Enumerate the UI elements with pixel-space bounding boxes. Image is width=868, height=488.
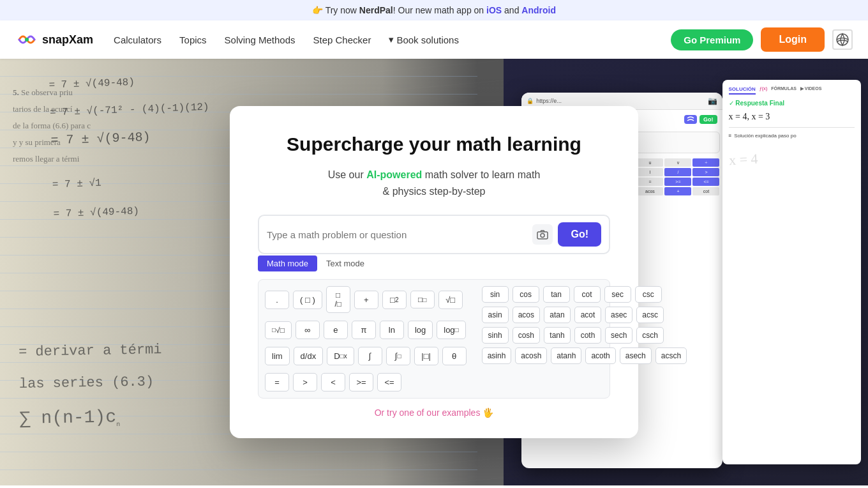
ios-link[interactable]: iOS xyxy=(486,5,502,15)
sin-button[interactable]: sin xyxy=(482,286,509,303)
examples-link[interactable]: Or try one of our examples 🖐 xyxy=(375,408,494,418)
asech-button[interactable]: asech xyxy=(620,347,652,364)
deriv-button[interactable]: D□x xyxy=(327,347,354,365)
logo-text: snapXam xyxy=(42,33,93,47)
ln-button[interactable]: ln xyxy=(380,321,404,339)
abs-button[interactable]: |□| xyxy=(414,347,438,365)
android-link[interactable]: Android xyxy=(521,5,556,15)
go-button[interactable]: Go! xyxy=(558,222,601,247)
plus-button[interactable]: + xyxy=(354,291,378,309)
nav-topics[interactable]: Topics xyxy=(179,34,207,45)
lt-button[interactable]: < xyxy=(321,373,345,392)
modal-card: Supercharge your math learning Use our A… xyxy=(230,106,638,438)
trig-row-4: asinh acosh atanh acoth asech acsch xyxy=(482,347,687,364)
acot-button[interactable]: acot xyxy=(574,307,601,323)
search-input[interactable] xyxy=(267,229,532,240)
lim-button[interactable]: lim xyxy=(265,347,290,365)
acos-button[interactable]: acos xyxy=(513,307,540,323)
text-mode-tab[interactable]: Text mode xyxy=(317,255,373,271)
atan-button[interactable]: atan xyxy=(544,307,571,323)
premium-button[interactable]: Go Premium xyxy=(671,29,753,50)
dot-button[interactable]: . xyxy=(265,291,289,309)
coth-button[interactable]: coth xyxy=(574,327,601,344)
sinh-button[interactable]: sinh xyxy=(482,327,509,344)
cot-button[interactable]: cot xyxy=(574,286,601,303)
banner-and: and xyxy=(502,5,521,15)
top-banner: 👉 Try now NerdPal! Our new math app on i… xyxy=(0,0,868,20)
asin-button[interactable]: asin xyxy=(482,307,509,323)
integral-button[interactable]: ∫ xyxy=(358,347,382,365)
keyboard-row-2: □√□ ∞ e π ln log log□ xyxy=(265,321,467,339)
cos-button[interactable]: cos xyxy=(513,286,539,303)
trig-row-2: asin acos atan acot asec acsc xyxy=(482,307,687,323)
parens-button[interactable]: ( □ ) xyxy=(293,291,322,309)
logbase-button[interactable]: log□ xyxy=(437,321,465,339)
keyboard-row-1: . ( □ ) □/□ + □2 □□ √□ xyxy=(265,286,467,313)
logo-icon xyxy=(15,28,38,51)
acosh-button[interactable]: acosh xyxy=(515,347,547,364)
definite-integral-button[interactable]: ∫□ xyxy=(386,347,410,365)
language-icon[interactable] xyxy=(832,29,853,50)
math-mode-tab[interactable]: Math mode xyxy=(258,255,317,271)
banner-text: Try now xyxy=(326,5,359,15)
solution-panel: SOLUCIÓN ƒ(x) FÓRMULAS ▶ VIDEOS ✓ Respue… xyxy=(722,80,861,464)
sqrt-button[interactable]: √□ xyxy=(438,291,463,309)
svg-point-2 xyxy=(837,34,848,45)
tan-button[interactable]: tan xyxy=(543,286,570,303)
sec-button[interactable]: sec xyxy=(604,286,631,303)
equals-button[interactable]: = xyxy=(265,373,289,392)
gte-button[interactable]: >= xyxy=(349,373,373,392)
app-name: NerdPal xyxy=(359,5,393,15)
nav-solving-methods[interactable]: Solving Methods xyxy=(225,34,296,45)
nthroot-button[interactable]: □√□ xyxy=(265,321,292,339)
atanh-button[interactable]: atanh xyxy=(551,347,581,364)
banner-middle: ! Our new math app on xyxy=(393,5,486,15)
csc-button[interactable]: csc xyxy=(635,286,662,303)
ddx-button[interactable]: d/dx xyxy=(294,347,324,365)
examples-section: Or try one of our examples 🖐 xyxy=(258,408,610,418)
svg-point-1 xyxy=(25,38,29,42)
hero: = 7 ± √(49-48) = 7 ± √(-71² - (4)(-1)(12… xyxy=(0,59,868,485)
nav-calculators[interactable]: Calculators xyxy=(114,34,161,45)
trig-row-1: sin cos tan cot sec csc xyxy=(482,286,687,303)
log-button[interactable]: log xyxy=(408,321,433,339)
login-button[interactable]: Login xyxy=(761,27,825,52)
chevron-down-icon: ▾ xyxy=(389,34,394,45)
tanh-button[interactable]: tanh xyxy=(544,327,571,344)
mode-tabs: Math mode Text mode xyxy=(258,255,610,271)
hero-subtitle: Use our AI-powered math solver to learn … xyxy=(258,167,610,199)
nav: Calculators Topics Solving Methods Step … xyxy=(114,34,671,45)
header-right: Go Premium Login xyxy=(671,27,853,52)
hero-title: Supercharge your math learning xyxy=(258,132,610,156)
sech-button[interactable]: sech xyxy=(605,327,632,344)
trig-row-3: sinh cosh tanh coth sech csch xyxy=(482,327,687,344)
banner-emoji: 👉 xyxy=(312,5,323,15)
nav-book-solutions[interactable]: ▾ Book solutions xyxy=(389,34,459,45)
gt-button[interactable]: > xyxy=(293,373,317,392)
power-button[interactable]: □2 xyxy=(382,291,407,309)
subscript-button[interactable]: □□ xyxy=(410,291,435,309)
cosh-button[interactable]: cosh xyxy=(513,327,540,344)
nav-step-checker[interactable]: Step Checker xyxy=(313,34,371,45)
lte-button[interactable]: <= xyxy=(377,373,401,392)
euler-button[interactable]: e xyxy=(324,321,348,339)
search-box: Go! xyxy=(258,215,610,254)
trig-keyboard: sin cos tan cot sec csc asin acos atan a… xyxy=(482,286,687,392)
asec-button[interactable]: asec xyxy=(605,307,632,323)
theta-button[interactable]: θ xyxy=(442,347,467,365)
pi-button[interactable]: π xyxy=(352,321,376,339)
acoth-button[interactable]: acoth xyxy=(585,347,615,364)
acsch-button[interactable]: acsch xyxy=(655,347,687,364)
csch-button[interactable]: csch xyxy=(636,327,664,344)
camera-icon[interactable] xyxy=(532,224,553,245)
keyboard-row-4: = > < >= <= xyxy=(265,373,467,392)
asinh-button[interactable]: asinh xyxy=(482,347,512,364)
infinity-button[interactable]: ∞ xyxy=(296,321,320,339)
keyboard-row-3: lim d/dx D□x ∫ ∫□ |□| θ xyxy=(265,347,467,365)
logo[interactable]: snapXam xyxy=(15,28,93,51)
math-keyboard: . ( □ ) □/□ + □2 □□ √□ □√□ ∞ e π ln xyxy=(258,279,610,399)
fraction-button[interactable]: □/□ xyxy=(326,286,350,313)
svg-rect-3 xyxy=(537,232,548,239)
acsc-button[interactable]: acsc xyxy=(636,307,664,323)
svg-point-4 xyxy=(541,234,544,238)
